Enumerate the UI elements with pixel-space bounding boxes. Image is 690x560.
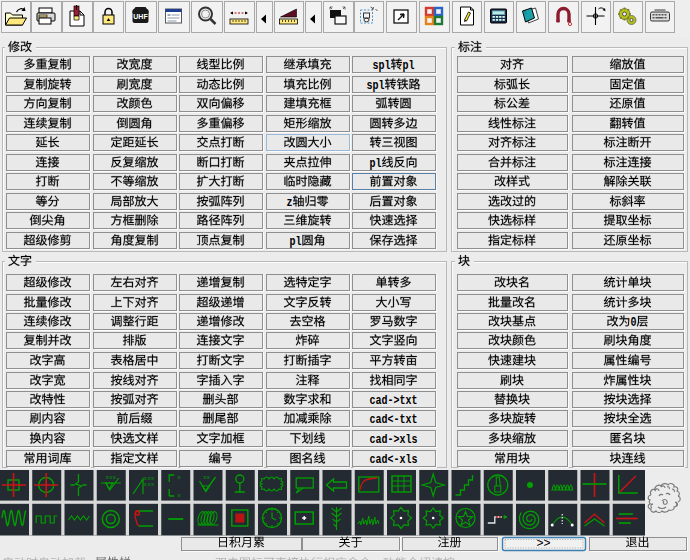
svg-text:pl: pl [370, 157, 382, 171]
svg-text:pl: pl [403, 59, 415, 73]
svg-text:x: x [177, 492, 181, 499]
svg-text:x: x [177, 474, 181, 481]
svg-text:cad<-txt: cad<-txt [370, 413, 418, 427]
svg-text:spl: spl [367, 79, 385, 93]
svg-text:pl: pl [290, 235, 302, 249]
svg-text:xxx: xxx [105, 474, 116, 481]
svg-text:0: 0 [631, 316, 637, 330]
svg-text:xx: xx [203, 474, 211, 481]
svg-text:>>: >> [536, 536, 550, 550]
svg-text:xxx: xxx [144, 481, 155, 488]
svg-text:z: z [287, 196, 293, 210]
svg-text:spl: spl [373, 59, 391, 73]
svg-text:UHF: UHF [133, 13, 148, 20]
svg-text:cad->xls: cad->xls [370, 433, 418, 447]
svg-text:cad->txt: cad->txt [370, 394, 418, 408]
svg-text:cad<-xls: cad<-xls [370, 453, 418, 467]
